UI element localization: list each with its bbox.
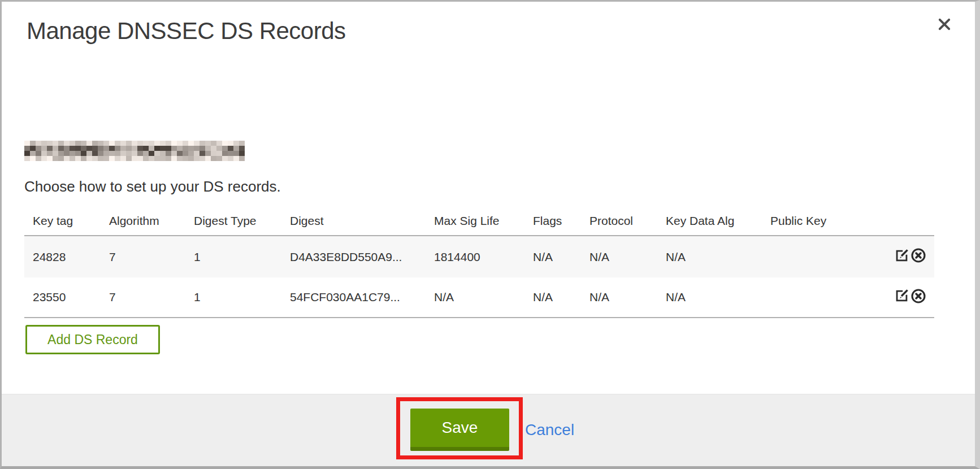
cell-digest-type: 1 <box>185 290 281 304</box>
row-actions <box>882 288 934 307</box>
col-header-algorithm: Algorithm <box>101 214 185 228</box>
edit-pencil-square-icon <box>894 288 909 306</box>
cell-key-data-alg: N/A <box>657 290 762 304</box>
col-header-digest: Digest <box>281 214 426 228</box>
table-row: 23550 7 1 54FCF030AA1C79... N/A N/A N/A … <box>24 277 934 318</box>
edit-pencil-square-icon <box>894 248 909 266</box>
cell-flags: N/A <box>524 290 581 304</box>
dialog-manage-dnssec: Manage DNSSEC DS Records Choose how to s… <box>0 0 980 469</box>
col-header-key-tag: Key tag <box>24 214 101 228</box>
col-header-flags: Flags <box>524 214 581 228</box>
table-header-row: Key tag Algorithm Digest Type Digest Max… <box>24 207 934 236</box>
page-title: Manage DNSSEC DS Records <box>27 18 346 45</box>
circle-x-icon <box>910 247 926 266</box>
table-row: 24828 7 1 D4A33E8DD550A9... 1814400 N/A … <box>24 236 934 277</box>
subtitle-text: Choose how to set up your DS records. <box>24 178 281 196</box>
close-icon <box>936 16 952 34</box>
cell-protocol: N/A <box>581 290 657 304</box>
cell-max-sig-life: N/A <box>426 290 524 304</box>
add-ds-record-button[interactable]: Add DS Record <box>25 325 160 354</box>
cell-digest: D4A33E8DD550A9... <box>281 250 426 264</box>
ds-records-table: Key tag Algorithm Digest Type Digest Max… <box>24 207 934 318</box>
col-header-digest-type: Digest Type <box>185 214 281 228</box>
col-header-key-data-alg: Key Data Alg <box>657 214 762 228</box>
col-header-max-sig-life: Max Sig Life <box>426 214 524 228</box>
delete-record-button[interactable] <box>910 247 926 266</box>
col-header-protocol: Protocol <box>581 214 657 228</box>
cell-algorithm: 7 <box>101 250 185 264</box>
delete-record-button[interactable] <box>910 288 926 307</box>
cancel-link[interactable]: Cancel <box>525 421 574 439</box>
cell-digest: 54FCF030AA1C79... <box>281 290 426 304</box>
cell-flags: N/A <box>524 250 581 264</box>
cell-max-sig-life: 1814400 <box>426 250 524 264</box>
circle-x-icon <box>910 288 926 307</box>
cell-digest-type: 1 <box>185 250 281 264</box>
edit-record-button[interactable] <box>894 248 909 266</box>
close-button[interactable] <box>935 16 953 34</box>
save-button[interactable]: Save <box>410 409 509 451</box>
edit-record-button[interactable] <box>894 288 909 306</box>
row-actions <box>882 247 934 266</box>
col-header-public-key: Public Key <box>762 214 882 228</box>
cell-key-tag: 24828 <box>24 250 101 264</box>
cell-protocol: N/A <box>581 250 657 264</box>
domain-redacted-pixelated <box>24 141 245 161</box>
cell-algorithm: 7 <box>101 290 185 304</box>
cell-key-data-alg: N/A <box>657 250 762 264</box>
cell-key-tag: 23550 <box>24 290 101 304</box>
